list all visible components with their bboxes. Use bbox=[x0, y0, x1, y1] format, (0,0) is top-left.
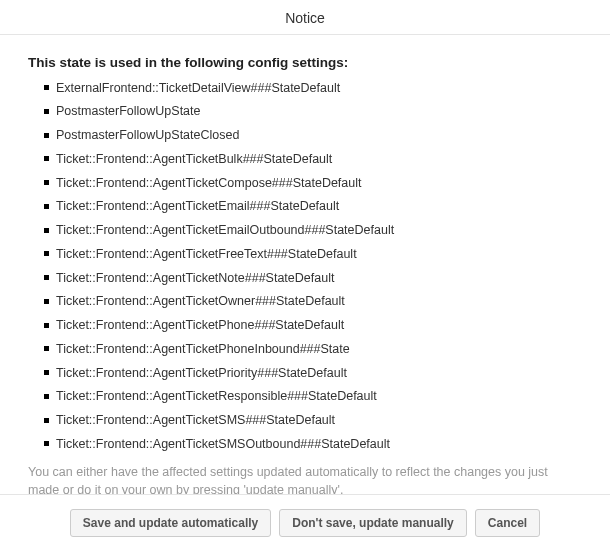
settings-list-item: PostmasterFollowUpStateClosed bbox=[44, 124, 582, 148]
settings-list-item: Ticket::Frontend::AgentTicketEmail###Sta… bbox=[44, 195, 582, 219]
settings-list-item: Ticket::Frontend::AgentTicketBulk###Stat… bbox=[44, 147, 582, 171]
settings-list: ExternalFrontend::TicketDetailView###Sta… bbox=[28, 76, 582, 456]
settings-list-item: Ticket::Frontend::AgentTicketPhoneInboun… bbox=[44, 337, 582, 361]
note-text: You can either have the affected setting… bbox=[28, 464, 582, 494]
dialog-body: This state is used in the following conf… bbox=[0, 35, 610, 494]
intro-text: This state is used in the following conf… bbox=[28, 55, 582, 70]
dont-save-button[interactable]: Don't save, update manually bbox=[279, 509, 467, 537]
settings-list-item: ExternalFrontend::TicketDetailView###Sta… bbox=[44, 76, 582, 100]
cancel-button[interactable]: Cancel bbox=[475, 509, 540, 537]
settings-list-item: Ticket::Frontend::AgentTicketCompose###S… bbox=[44, 171, 582, 195]
settings-list-item: Ticket::Frontend::AgentTicketNote###Stat… bbox=[44, 266, 582, 290]
settings-list-item: Ticket::Frontend::AgentTicketResponsible… bbox=[44, 385, 582, 409]
dialog-title: Notice bbox=[0, 0, 610, 35]
settings-list-item: Ticket::Frontend::AgentTicketOwner###Sta… bbox=[44, 290, 582, 314]
settings-list-item: PostmasterFollowUpState bbox=[44, 100, 582, 124]
settings-list-item: Ticket::Frontend::AgentTicketSMSOutbound… bbox=[44, 432, 582, 456]
settings-list-item: Ticket::Frontend::AgentTicketPriority###… bbox=[44, 361, 582, 385]
settings-list-item: Ticket::Frontend::AgentTicketSMS###State… bbox=[44, 409, 582, 433]
settings-list-item: Ticket::Frontend::AgentTicketFreeText###… bbox=[44, 242, 582, 266]
notice-dialog: Notice This state is used in the followi… bbox=[0, 0, 610, 551]
save-update-button[interactable]: Save and update automatically bbox=[70, 509, 271, 537]
settings-list-item: Ticket::Frontend::AgentTicketPhone###Sta… bbox=[44, 314, 582, 338]
settings-list-item: Ticket::Frontend::AgentTicketEmailOutbou… bbox=[44, 219, 582, 243]
dialog-footer: Save and update automatically Don't save… bbox=[0, 494, 610, 551]
